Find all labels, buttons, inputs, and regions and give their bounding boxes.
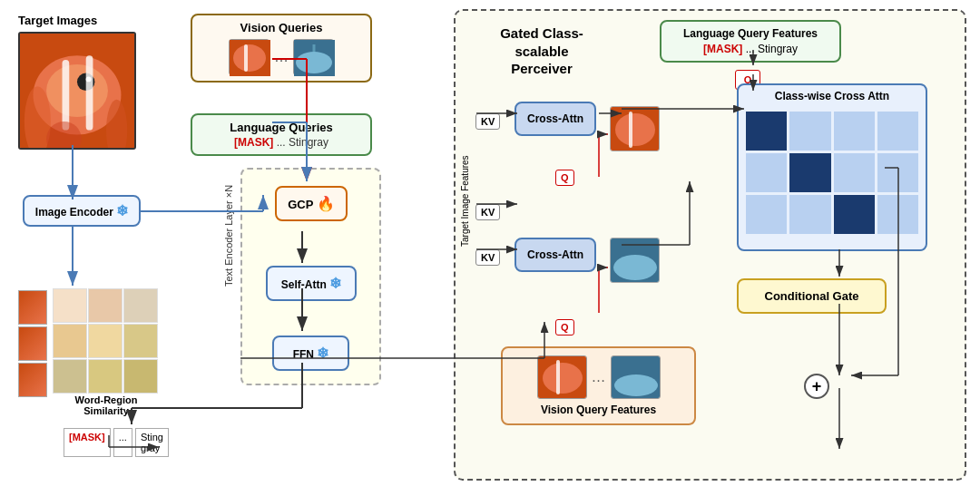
svg-rect-12 bbox=[244, 44, 248, 72]
class-wise-label: Class-wise Cross Attn bbox=[739, 85, 926, 107]
thumb-ray bbox=[293, 39, 334, 75]
svg-point-17 bbox=[615, 113, 655, 146]
vision-query-features-label: Vision Query Features bbox=[510, 404, 687, 416]
q-top-label: Q bbox=[555, 170, 574, 186]
gcp-box: GCP 🔥 bbox=[275, 186, 348, 221]
output-dots: ... bbox=[113, 428, 132, 457]
fish-thumb-bottom bbox=[610, 238, 660, 283]
class-wise-box: Class-wise Cross Attn bbox=[737, 83, 927, 251]
target-images-label: Target Images bbox=[18, 14, 97, 27]
attn-cell-01 bbox=[789, 112, 830, 151]
similarity-grid bbox=[53, 288, 158, 394]
gcp-label: GCP bbox=[288, 198, 313, 211]
attn-cell-13 bbox=[877, 153, 918, 192]
svg-rect-5 bbox=[63, 60, 70, 131]
attn-cell-12 bbox=[834, 153, 875, 192]
language-queries-box: Language Queries [MASK] ... Stingray bbox=[191, 113, 372, 156]
svg-point-11 bbox=[233, 44, 266, 72]
fish-thumb-top bbox=[610, 106, 660, 151]
kv-middle-label: KV bbox=[475, 204, 500, 220]
diagram-container: Target Images Vision Queries bbox=[0, 0, 980, 496]
sim-images bbox=[18, 290, 47, 397]
attn-cell-00 bbox=[746, 112, 787, 151]
grid-cell-00 bbox=[53, 288, 87, 323]
attn-cell-20 bbox=[746, 195, 787, 234]
attn-cell-03 bbox=[877, 112, 918, 151]
vq-thumb-ray bbox=[611, 355, 661, 399]
attn-cell-22 bbox=[834, 195, 875, 234]
lang-query-features-label: Language Query Features bbox=[671, 27, 830, 40]
svg-point-2 bbox=[46, 64, 108, 117]
ffn-snowflake: ❄ bbox=[317, 345, 328, 361]
stingray-text: Stingray bbox=[289, 136, 328, 149]
vision-query-features-box: … Vision Query Features bbox=[501, 346, 696, 425]
attn-cell-02 bbox=[834, 112, 875, 151]
gcp-main-title: Gated Class-scalablePerceiver bbox=[474, 24, 610, 78]
sim-img-1 bbox=[18, 290, 47, 325]
image-encoder-box: Image Encoder ❄ bbox=[23, 195, 141, 227]
grid-cell-10 bbox=[53, 324, 87, 358]
target-image-main bbox=[18, 32, 136, 150]
ffn-box: FFN ❄ bbox=[272, 336, 349, 371]
lang-mask: [MASK] bbox=[703, 43, 742, 55]
right-section: Gated Class-scalablePerceiver Language Q… bbox=[454, 9, 966, 481]
svg-point-14 bbox=[296, 52, 332, 73]
svg-rect-18 bbox=[629, 112, 632, 148]
grid-cell-11 bbox=[88, 324, 122, 358]
cross-attn-top: Cross-Attn bbox=[514, 102, 596, 136]
grid-cell-01 bbox=[88, 288, 122, 323]
fire-icon: 🔥 bbox=[317, 196, 335, 211]
vision-query-thumbs: … bbox=[510, 355, 687, 399]
lang-query-content: [MASK] ... Stingray bbox=[671, 43, 830, 55]
output-sting: Stinggray bbox=[135, 428, 169, 457]
language-queries-label: Language Queries bbox=[200, 121, 363, 134]
attn-cell-23 bbox=[877, 195, 918, 234]
language-queries-content: [MASK] ... Stingray bbox=[200, 136, 363, 149]
vision-queries-box: Vision Queries … bbox=[191, 14, 372, 83]
kv-top-label: KV bbox=[475, 113, 500, 130]
svg-point-20 bbox=[613, 255, 657, 280]
sim-img-3 bbox=[18, 363, 47, 397]
svg-point-25 bbox=[614, 374, 658, 396]
lang-stingray2: Stingray bbox=[758, 43, 798, 55]
mask-text: [MASK] bbox=[234, 136, 273, 149]
svg-rect-6 bbox=[86, 55, 93, 130]
sim-img-2 bbox=[18, 326, 47, 361]
self-attn-label: Self-Attn bbox=[281, 278, 327, 291]
thumb-fish bbox=[229, 39, 270, 75]
grid-cell-02 bbox=[123, 288, 158, 323]
attn-cell-21 bbox=[789, 195, 830, 234]
attn-cell-11 bbox=[789, 153, 830, 192]
grid-cell-12 bbox=[123, 324, 158, 358]
vq-thumb-fish bbox=[537, 355, 587, 399]
word-region-label: Word-RegionSimilarity bbox=[53, 394, 160, 416]
image-encoder-label: Image Encoder bbox=[35, 206, 113, 219]
output-mask: [MASK] bbox=[64, 428, 111, 457]
left-section: Target Images Vision Queries bbox=[9, 9, 426, 481]
q-bottom-label: Q bbox=[555, 319, 574, 336]
vision-queries-thumbs: … bbox=[200, 39, 363, 75]
plus-circle: + bbox=[804, 374, 829, 399]
snowflake-icon: ❄ bbox=[116, 203, 128, 219]
vq-dots: … bbox=[592, 355, 606, 399]
grid-cell-22 bbox=[123, 359, 158, 394]
svg-rect-23 bbox=[556, 360, 560, 394]
self-attn-snowflake: ❄ bbox=[329, 276, 341, 291]
conditional-gate-box: Conditional Gate bbox=[737, 278, 887, 314]
grid-cell-20 bbox=[53, 359, 87, 394]
target-image-features-label: Target Image Features bbox=[460, 129, 471, 274]
self-attn-box: Self-Attn ❄ bbox=[266, 266, 357, 301]
lang-dots: ... bbox=[277, 136, 289, 149]
lang-dots2: ... bbox=[746, 43, 758, 55]
kv-bottom-label: KV bbox=[475, 249, 500, 266]
vision-queries-label: Vision Queries bbox=[200, 21, 363, 34]
attn-cell-10 bbox=[746, 153, 787, 192]
svg-point-22 bbox=[543, 363, 583, 394]
attn-grid bbox=[739, 107, 926, 238]
cross-attn-bottom: Cross-Attn bbox=[514, 238, 596, 272]
grid-cell-21 bbox=[88, 359, 122, 394]
lang-query-features-box: Language Query Features [MASK] ... Sting… bbox=[660, 20, 841, 63]
thumb-dots: … bbox=[274, 49, 289, 65]
ffn-label: FFN bbox=[293, 348, 314, 361]
output-text-row: [MASK] ... Stinggray bbox=[64, 428, 169, 457]
